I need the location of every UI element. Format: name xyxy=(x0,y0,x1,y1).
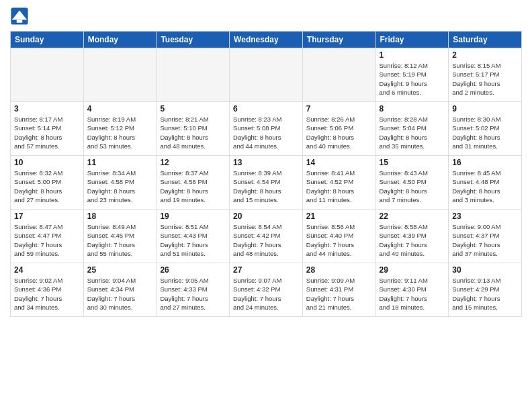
day-cell: 24Sunrise: 9:02 AM Sunset: 4:36 PM Dayli… xyxy=(11,263,84,317)
day-info: Sunrise: 8:47 AM Sunset: 4:47 PM Dayligh… xyxy=(14,222,80,258)
week-row-3: 17Sunrise: 8:47 AM Sunset: 4:47 PM Dayli… xyxy=(11,210,522,263)
day-header-friday: Friday xyxy=(375,32,449,48)
day-info: Sunrise: 8:28 AM Sunset: 5:04 PM Dayligh… xyxy=(380,115,445,150)
day-number: 22 xyxy=(380,212,445,221)
day-number: 8 xyxy=(380,104,445,113)
day-cell: 14Sunrise: 8:41 AM Sunset: 4:52 PM Dayli… xyxy=(302,156,375,210)
day-cell: 11Sunrise: 8:34 AM Sunset: 4:58 PM Dayli… xyxy=(83,156,157,210)
day-cell: 8Sunrise: 8:28 AM Sunset: 5:04 PM Daylig… xyxy=(375,102,449,156)
day-cell: 22Sunrise: 8:58 AM Sunset: 4:39 PM Dayli… xyxy=(375,210,449,263)
day-number: 10 xyxy=(14,158,80,167)
day-cell: 28Sunrise: 9:09 AM Sunset: 4:31 PM Dayli… xyxy=(302,263,375,317)
day-number: 17 xyxy=(14,212,80,221)
day-number: 2 xyxy=(452,50,518,60)
day-number: 6 xyxy=(233,104,299,113)
day-number: 24 xyxy=(14,265,80,275)
day-cell xyxy=(83,48,157,102)
day-cell: 17Sunrise: 8:47 AM Sunset: 4:47 PM Dayli… xyxy=(11,210,84,263)
day-number: 9 xyxy=(452,104,518,113)
day-number: 23 xyxy=(452,212,518,221)
svg-rect-2 xyxy=(17,20,22,23)
logo-icon xyxy=(10,7,29,26)
day-cell: 29Sunrise: 9:11 AM Sunset: 4:30 PM Dayli… xyxy=(375,263,449,317)
day-cell: 15Sunrise: 8:43 AM Sunset: 4:50 PM Dayli… xyxy=(375,156,449,210)
header-row: SundayMondayTuesdayWednesdayThursdayFrid… xyxy=(11,32,522,48)
day-number: 19 xyxy=(160,212,226,221)
day-info: Sunrise: 9:07 AM Sunset: 4:32 PM Dayligh… xyxy=(233,276,299,312)
day-info: Sunrise: 8:39 AM Sunset: 4:54 PM Dayligh… xyxy=(233,169,299,204)
day-cell: 19Sunrise: 8:51 AM Sunset: 4:43 PM Dayli… xyxy=(157,210,230,263)
day-cell: 25Sunrise: 9:04 AM Sunset: 4:34 PM Dayli… xyxy=(83,263,157,317)
day-number: 15 xyxy=(380,158,445,167)
day-info: Sunrise: 8:43 AM Sunset: 4:50 PM Dayligh… xyxy=(380,169,445,204)
day-number: 21 xyxy=(306,212,372,221)
day-number: 5 xyxy=(160,104,226,113)
day-info: Sunrise: 8:41 AM Sunset: 4:52 PM Dayligh… xyxy=(306,169,372,204)
day-number: 14 xyxy=(306,158,372,167)
day-number: 29 xyxy=(380,265,445,275)
week-row-2: 10Sunrise: 8:32 AM Sunset: 5:00 PM Dayli… xyxy=(11,156,522,210)
day-number: 7 xyxy=(306,104,372,113)
day-number: 20 xyxy=(233,212,299,221)
day-cell: 23Sunrise: 9:00 AM Sunset: 4:37 PM Dayli… xyxy=(449,210,522,263)
day-cell: 1Sunrise: 8:12 AM Sunset: 5:19 PM Daylig… xyxy=(375,48,449,102)
day-header-saturday: Saturday xyxy=(449,32,522,48)
day-header-monday: Monday xyxy=(83,32,157,48)
day-cell: 7Sunrise: 8:26 AM Sunset: 5:06 PM Daylig… xyxy=(302,102,375,156)
day-number: 3 xyxy=(14,104,80,113)
day-info: Sunrise: 9:05 AM Sunset: 4:33 PM Dayligh… xyxy=(160,276,226,312)
calendar-body: 1Sunrise: 8:12 AM Sunset: 5:19 PM Daylig… xyxy=(11,48,522,317)
day-cell: 18Sunrise: 8:49 AM Sunset: 4:45 PM Dayli… xyxy=(83,210,157,263)
day-number: 11 xyxy=(87,158,153,167)
logo xyxy=(10,7,32,26)
day-info: Sunrise: 9:04 AM Sunset: 4:34 PM Dayligh… xyxy=(87,276,153,312)
day-cell: 27Sunrise: 9:07 AM Sunset: 4:32 PM Dayli… xyxy=(230,263,303,317)
day-cell: 5Sunrise: 8:21 AM Sunset: 5:10 PM Daylig… xyxy=(157,102,230,156)
day-info: Sunrise: 8:58 AM Sunset: 4:39 PM Dayligh… xyxy=(380,222,445,258)
day-cell xyxy=(157,48,230,102)
day-info: Sunrise: 8:45 AM Sunset: 4:48 PM Dayligh… xyxy=(452,169,518,204)
day-info: Sunrise: 8:32 AM Sunset: 5:00 PM Dayligh… xyxy=(14,169,80,204)
day-info: Sunrise: 8:21 AM Sunset: 5:10 PM Dayligh… xyxy=(160,115,226,150)
day-number: 26 xyxy=(160,265,226,275)
day-header-tuesday: Tuesday xyxy=(157,32,230,48)
day-info: Sunrise: 9:02 AM Sunset: 4:36 PM Dayligh… xyxy=(14,276,80,312)
day-cell: 13Sunrise: 8:39 AM Sunset: 4:54 PM Dayli… xyxy=(230,156,303,210)
day-info: Sunrise: 9:00 AM Sunset: 4:37 PM Dayligh… xyxy=(452,222,518,258)
day-cell: 20Sunrise: 8:54 AM Sunset: 4:42 PM Dayli… xyxy=(230,210,303,263)
day-number: 12 xyxy=(160,158,226,167)
day-info: Sunrise: 8:26 AM Sunset: 5:06 PM Dayligh… xyxy=(306,115,372,150)
day-cell: 2Sunrise: 8:15 AM Sunset: 5:17 PM Daylig… xyxy=(449,48,522,102)
day-info: Sunrise: 8:34 AM Sunset: 4:58 PM Dayligh… xyxy=(87,169,153,204)
day-number: 16 xyxy=(452,158,518,167)
day-number: 25 xyxy=(87,265,153,275)
day-info: Sunrise: 8:17 AM Sunset: 5:14 PM Dayligh… xyxy=(14,115,80,150)
header xyxy=(10,7,522,26)
day-header-sunday: Sunday xyxy=(11,32,84,48)
day-number: 30 xyxy=(452,265,518,275)
day-number: 13 xyxy=(233,158,299,167)
day-cell xyxy=(230,48,303,102)
day-cell xyxy=(11,48,84,102)
day-number: 18 xyxy=(87,212,153,221)
day-cell: 4Sunrise: 8:19 AM Sunset: 5:12 PM Daylig… xyxy=(83,102,157,156)
day-number: 1 xyxy=(380,50,445,60)
day-number: 4 xyxy=(87,104,153,113)
day-info: Sunrise: 9:09 AM Sunset: 4:31 PM Dayligh… xyxy=(306,276,372,312)
day-info: Sunrise: 8:54 AM Sunset: 4:42 PM Dayligh… xyxy=(233,222,299,258)
day-cell: 9Sunrise: 8:30 AM Sunset: 5:02 PM Daylig… xyxy=(449,102,522,156)
calendar-table: SundayMondayTuesdayWednesdayThursdayFrid… xyxy=(10,31,522,317)
day-cell xyxy=(302,48,375,102)
day-cell: 3Sunrise: 8:17 AM Sunset: 5:14 PM Daylig… xyxy=(11,102,84,156)
day-cell: 16Sunrise: 8:45 AM Sunset: 4:48 PM Dayli… xyxy=(449,156,522,210)
day-cell: 26Sunrise: 9:05 AM Sunset: 4:33 PM Dayli… xyxy=(157,263,230,317)
day-cell: 21Sunrise: 8:56 AM Sunset: 4:40 PM Dayli… xyxy=(302,210,375,263)
day-cell: 30Sunrise: 9:13 AM Sunset: 4:29 PM Dayli… xyxy=(449,263,522,317)
day-header-thursday: Thursday xyxy=(302,32,375,48)
week-row-0: 1Sunrise: 8:12 AM Sunset: 5:19 PM Daylig… xyxy=(11,48,522,102)
day-info: Sunrise: 9:11 AM Sunset: 4:30 PM Dayligh… xyxy=(380,276,445,312)
week-row-1: 3Sunrise: 8:17 AM Sunset: 5:14 PM Daylig… xyxy=(11,102,522,156)
day-info: Sunrise: 8:23 AM Sunset: 5:08 PM Dayligh… xyxy=(233,115,299,150)
page: SundayMondayTuesdayWednesdayThursdayFrid… xyxy=(0,0,532,411)
day-cell: 6Sunrise: 8:23 AM Sunset: 5:08 PM Daylig… xyxy=(230,102,303,156)
